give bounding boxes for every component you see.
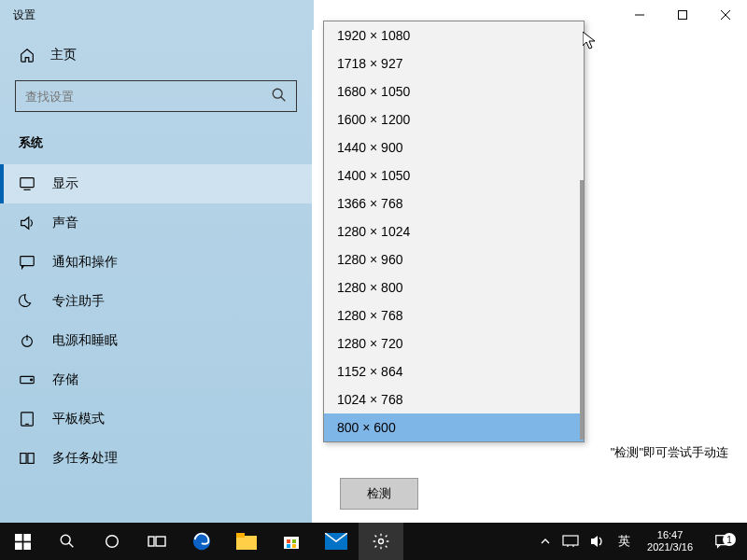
moon-icon <box>19 293 35 310</box>
sidebar-item-label: 电源和睡眠 <box>52 332 118 349</box>
resolution-option[interactable]: 1280 × 720 <box>324 329 584 357</box>
detect-hint-text: "检测"即可尝试手动连 <box>611 444 728 461</box>
sidebar-item-notifications[interactable]: 通知和操作 <box>0 243 312 282</box>
clock-time: 16:47 <box>647 529 693 541</box>
sidebar-item-tablet[interactable]: 平板模式 <box>0 399 312 439</box>
taskbar: 英 16:47 2021/3/16 1 <box>0 523 747 560</box>
sidebar-item-multitask[interactable]: 多任务处理 <box>0 439 312 478</box>
sidebar-item-storage[interactable]: 存储 <box>0 360 312 399</box>
detect-button[interactable]: 检测 <box>340 478 418 510</box>
resolution-option[interactable]: 1600 × 1200 <box>324 105 584 133</box>
resolution-option[interactable]: 1680 × 1050 <box>324 77 584 105</box>
search-input[interactable] <box>15 80 297 112</box>
sidebar-item-power[interactable]: 电源和睡眠 <box>0 321 312 360</box>
svg-rect-32 <box>287 544 290 548</box>
sidebar-item-label: 声音 <box>52 215 78 231</box>
action-center-button[interactable]: 1 <box>704 533 741 550</box>
multitask-icon <box>19 450 35 467</box>
svg-rect-18 <box>23 534 31 541</box>
svg-rect-8 <box>21 257 34 266</box>
svg-rect-16 <box>28 454 34 464</box>
sidebar-home-label: 主页 <box>50 47 77 63</box>
svg-point-4 <box>273 89 282 98</box>
taskbar-app-mail[interactable] <box>314 523 359 560</box>
chat-icon <box>19 254 35 271</box>
svg-point-23 <box>106 536 119 548</box>
svg-point-21 <box>61 535 70 544</box>
svg-rect-6 <box>21 178 34 188</box>
sidebar-item-label: 显示 <box>52 175 78 192</box>
svg-rect-30 <box>287 539 290 543</box>
sidebar-item-label: 平板模式 <box>52 411 105 427</box>
resolution-option[interactable]: 1280 × 1024 <box>324 217 584 245</box>
resolution-option[interactable]: 1366 × 768 <box>324 189 584 217</box>
resolution-option[interactable]: 1280 × 960 <box>324 245 584 273</box>
svg-rect-24 <box>148 537 154 546</box>
sidebar-item-label: 通知和操作 <box>52 254 118 271</box>
svg-line-5 <box>281 97 286 102</box>
svg-rect-33 <box>292 544 296 548</box>
resolution-option[interactable]: 1280 × 800 <box>324 273 584 301</box>
sidebar-section-label: 系统 <box>0 127 312 164</box>
settings-sidebar: 主页 系统 显示 声音 通知和操作 专注助手 电源和睡眠 <box>0 30 312 523</box>
tray-chevron-icon[interactable] <box>536 536 555 547</box>
svg-rect-25 <box>156 537 165 546</box>
ime-indicator[interactable]: 英 <box>613 533 636 550</box>
dropdown-scrollbar[interactable] <box>580 180 584 440</box>
resolution-option[interactable]: 1024 × 768 <box>324 385 584 413</box>
window-controls <box>618 0 747 30</box>
svg-point-12 <box>31 379 33 381</box>
svg-rect-31 <box>292 539 296 543</box>
home-icon <box>19 47 35 63</box>
sidebar-item-display[interactable]: 显示 <box>0 164 312 203</box>
svg-line-22 <box>69 543 74 548</box>
sidebar-home[interactable]: 主页 <box>0 37 312 73</box>
start-button[interactable] <box>0 523 45 560</box>
tray-volume-icon[interactable] <box>586 535 609 548</box>
resolution-option[interactable]: 1440 × 900 <box>324 133 584 161</box>
svg-rect-28 <box>236 533 245 538</box>
notification-badge: 1 <box>723 533 736 546</box>
tablet-icon <box>19 411 35 427</box>
taskbar-app-edge[interactable] <box>179 523 224 560</box>
resolution-option[interactable]: 1152 × 864 <box>324 357 584 385</box>
task-view-button[interactable] <box>134 523 179 560</box>
close-button[interactable] <box>704 0 747 30</box>
minimize-button[interactable] <box>618 0 661 30</box>
svg-rect-20 <box>23 542 31 550</box>
window-title: 设置 <box>0 7 35 23</box>
taskbar-app-settings[interactable] <box>359 523 403 560</box>
monitor-icon <box>19 175 35 192</box>
taskbar-clock[interactable]: 16:47 2021/3/16 <box>640 529 700 553</box>
cortana-button[interactable] <box>90 523 134 560</box>
resolution-option[interactable]: 747 × 560 <box>324 413 584 441</box>
sidebar-item-label: 存储 <box>52 371 78 388</box>
svg-rect-1 <box>679 11 687 20</box>
clock-date: 2021/3/16 <box>647 541 693 553</box>
sidebar-item-label: 专注助手 <box>52 293 105 310</box>
taskbar-app-store[interactable] <box>269 523 314 560</box>
sidebar-item-sound[interactable]: 声音 <box>0 203 312 243</box>
sidebar-item-focus[interactable]: 专注助手 <box>0 282 312 321</box>
resolution-option[interactable]: 1400 × 1050 <box>324 161 584 189</box>
svg-rect-15 <box>21 454 26 464</box>
svg-rect-19 <box>15 542 22 550</box>
svg-rect-29 <box>284 537 299 549</box>
resolution-option[interactable]: 1280 × 768 <box>324 301 584 329</box>
svg-rect-17 <box>15 534 22 541</box>
svg-rect-36 <box>563 536 578 545</box>
taskbar-search-button[interactable] <box>45 523 90 560</box>
power-icon <box>19 332 35 349</box>
resolution-dropdown[interactable]: 1920 × 10801718 × 9271680 × 10501600 × 1… <box>323 21 585 442</box>
maximize-button[interactable] <box>661 0 704 30</box>
sidebar-item-label: 多任务处理 <box>52 450 118 467</box>
svg-rect-27 <box>236 536 257 550</box>
speaker-icon <box>19 215 35 231</box>
drive-icon <box>19 371 35 388</box>
resolution-option[interactable]: 1718 × 927 <box>324 49 584 77</box>
tray-keyboard-icon[interactable] <box>558 535 583 548</box>
svg-point-35 <box>379 539 384 544</box>
search-icon <box>271 87 288 104</box>
taskbar-app-explorer[interactable] <box>224 523 269 560</box>
resolution-option[interactable]: 1920 × 1080 <box>324 21 584 49</box>
